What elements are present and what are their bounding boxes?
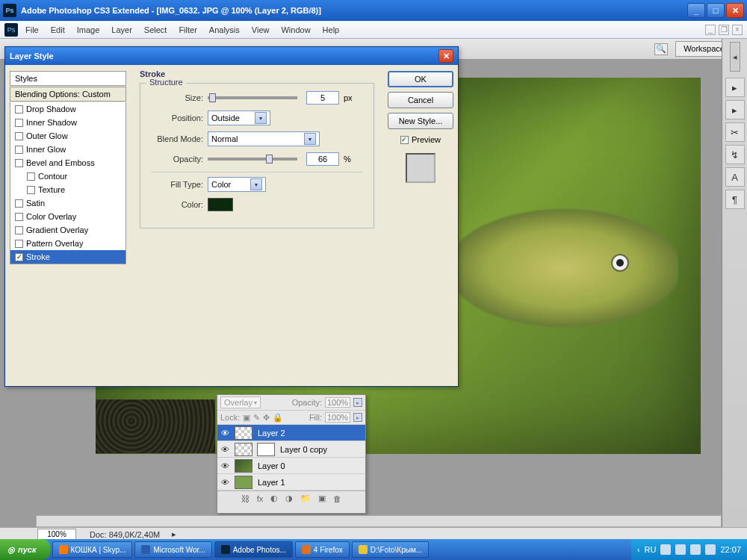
- history-icon[interactable]: ↯: [725, 145, 745, 164]
- dock-toggle[interactable]: ◂: [730, 42, 740, 72]
- dialog-close-button[interactable]: ✕: [438, 49, 453, 63]
- layer-thumb[interactable]: [235, 476, 252, 489]
- visibility-icon[interactable]: 👁: [217, 478, 232, 487]
- doc-minimize-button[interactable]: _: [705, 25, 716, 35]
- style-item-drop-shadow[interactable]: Drop Shadow: [10, 102, 125, 116]
- menu-file[interactable]: File: [25, 25, 39, 34]
- menu-image[interactable]: Image: [77, 25, 100, 34]
- menu-analysis[interactable]: Analysis: [209, 25, 240, 34]
- layer-style-icon[interactable]: fx: [257, 494, 264, 503]
- style-item-contour[interactable]: Contour: [10, 169, 125, 183]
- close-button[interactable]: ✕: [726, 3, 744, 18]
- paragraph-icon[interactable]: ¶: [725, 190, 745, 209]
- doc-close-button[interactable]: ×: [732, 25, 743, 35]
- ps-menu-icon[interactable]: Ps: [4, 23, 18, 37]
- style-item-gradient-overlay[interactable]: Gradient Overlay: [10, 223, 125, 237]
- h-scrollbar[interactable]: [36, 515, 722, 527]
- taskbar-button[interactable]: КОШКА | Skyp...: [52, 541, 133, 558]
- lock-transparency-icon[interactable]: ▣: [243, 413, 250, 423]
- taskbar-button[interactable]: D:\Foto\Крым...: [352, 541, 429, 558]
- style-item-bevel-and-emboss[interactable]: Bevel and Emboss: [10, 156, 125, 169]
- lang-indicator[interactable]: RU: [645, 545, 657, 554]
- visibility-icon[interactable]: 👁: [217, 445, 232, 454]
- clock[interactable]: 22:07: [720, 545, 741, 554]
- visibility-icon[interactable]: 👁: [217, 461, 232, 470]
- checkbox[interactable]: [27, 172, 35, 181]
- group-icon[interactable]: 📁: [300, 494, 311, 503]
- preview-checkbox[interactable]: ✓Preview: [400, 135, 441, 144]
- menu-view[interactable]: View: [252, 25, 270, 34]
- checkbox[interactable]: [15, 240, 23, 248]
- opacity-slider-button[interactable]: ▸: [353, 398, 362, 407]
- taskbar-button[interactable]: 4 Firefox: [295, 541, 350, 558]
- style-item-stroke[interactable]: ✓Stroke: [10, 250, 125, 264]
- tray-icon[interactable]: [675, 544, 686, 555]
- new-layer-icon[interactable]: ▣: [318, 494, 326, 503]
- lock-position-icon[interactable]: ✥: [263, 413, 270, 423]
- checkbox[interactable]: [27, 186, 35, 194]
- blending-options-item[interactable]: Blending Options: Custom: [10, 87, 126, 102]
- style-item-inner-glow[interactable]: Inner Glow: [10, 143, 125, 156]
- color-icon[interactable]: ▸: [725, 100, 745, 119]
- checkbox[interactable]: [15, 132, 23, 140]
- system-tray[interactable]: ‹ RU 22:07: [631, 539, 747, 560]
- layer-row[interactable]: 👁Layer 0: [217, 458, 365, 474]
- swatches-icon[interactable]: ✂: [725, 122, 745, 142]
- checkbox[interactable]: [15, 226, 23, 234]
- checkbox[interactable]: [15, 146, 23, 154]
- opacity-input[interactable]: 66: [306, 152, 339, 166]
- dialog-titlebar[interactable]: Layer Style ✕: [5, 47, 458, 65]
- checkbox[interactable]: [15, 199, 23, 208]
- layer-thumb[interactable]: [235, 459, 252, 473]
- new-style-button[interactable]: New Style...: [388, 113, 453, 129]
- menu-filter[interactable]: Filter: [179, 25, 196, 34]
- style-item-texture[interactable]: Texture: [10, 183, 125, 196]
- checkbox[interactable]: [15, 105, 23, 113]
- blendmode-dropdown[interactable]: Normal▾: [208, 131, 320, 146]
- doc-restore-button[interactable]: ❐: [719, 25, 729, 35]
- menu-edit[interactable]: Edit: [51, 25, 65, 34]
- size-input[interactable]: 5: [306, 91, 339, 105]
- adjustment-layer-icon[interactable]: ◑: [285, 494, 293, 503]
- layer-opacity-input[interactable]: 100%: [325, 397, 350, 408]
- layer-thumb[interactable]: [235, 426, 252, 440]
- style-item-pattern-overlay[interactable]: Pattern Overlay: [10, 237, 125, 250]
- checkbox[interactable]: [15, 213, 23, 221]
- minimize-button[interactable]: _: [687, 3, 705, 18]
- menu-layer[interactable]: Layer: [111, 25, 132, 34]
- layer-fill-input[interactable]: 100%: [325, 412, 350, 423]
- fill-slider-button[interactable]: ▸: [353, 413, 362, 422]
- character-icon[interactable]: A: [725, 167, 745, 187]
- tray-icon[interactable]: [705, 544, 716, 555]
- expand-tray-icon[interactable]: ‹: [637, 545, 640, 554]
- tray-icon[interactable]: [660, 544, 671, 555]
- position-dropdown[interactable]: Outside▾: [208, 111, 270, 125]
- filltype-dropdown[interactable]: Color▾: [208, 177, 266, 192]
- visibility-icon[interactable]: 👁: [217, 429, 232, 438]
- menu-select[interactable]: Select: [144, 25, 167, 34]
- navigator-icon[interactable]: ▸: [725, 78, 745, 97]
- cancel-button[interactable]: Cancel: [388, 92, 453, 108]
- start-button[interactable]: ◎ пуск: [0, 539, 50, 560]
- taskbar-button[interactable]: Microsoft Wor...: [134, 541, 211, 558]
- color-swatch[interactable]: [208, 198, 233, 211]
- lock-pixels-icon[interactable]: ✎: [253, 413, 260, 423]
- taskbar-button[interactable]: Adobe Photos...: [214, 541, 293, 558]
- ok-button[interactable]: OK: [388, 71, 453, 87]
- tray-icon[interactable]: [690, 544, 701, 555]
- style-item-outer-glow[interactable]: Outer Glow: [10, 129, 125, 143]
- layer-thumb[interactable]: [235, 443, 252, 456]
- style-item-satin[interactable]: Satin: [10, 196, 125, 210]
- layer-mask-icon[interactable]: ◐: [270, 494, 278, 503]
- layer-row[interactable]: 👁Layer 1: [217, 474, 365, 491]
- link-layers-icon[interactable]: ⛓: [241, 494, 249, 503]
- maximize-button[interactable]: □: [707, 3, 725, 18]
- size-slider[interactable]: [208, 96, 297, 99]
- trash-icon[interactable]: 🗑: [333, 494, 341, 503]
- styles-header[interactable]: Styles: [10, 71, 126, 86]
- checkbox[interactable]: [15, 119, 23, 127]
- style-item-color-overlay[interactable]: Color Overlay: [10, 210, 125, 223]
- opacity-slider[interactable]: [208, 158, 297, 161]
- checkbox[interactable]: [15, 159, 23, 167]
- go-bridge-icon[interactable]: 🔍: [654, 43, 668, 55]
